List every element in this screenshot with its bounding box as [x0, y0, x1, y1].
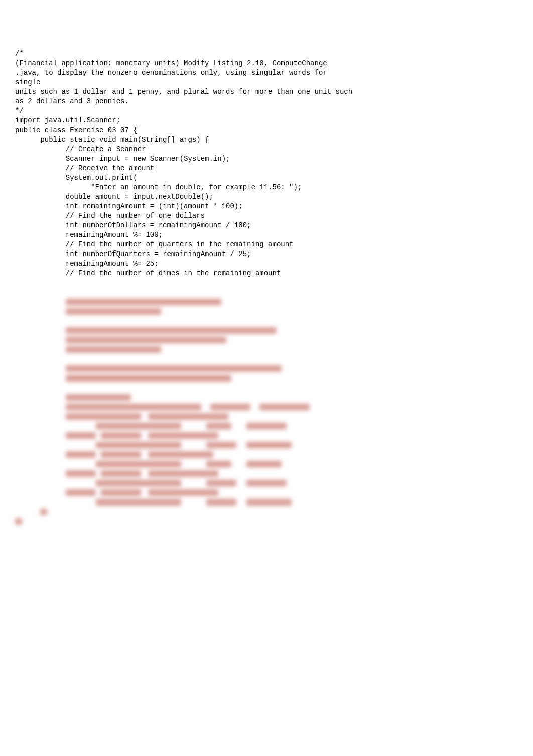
- redacted-line: [15, 469, 518, 478]
- redacted-line: [15, 440, 518, 450]
- redacted-line: [15, 316, 518, 326]
- code-block: /*(Financial application: monetary units…: [15, 49, 518, 278]
- redacted-line: [15, 383, 518, 393]
- redacted-line: [15, 450, 518, 459]
- code-line: // Receive the amount: [15, 164, 518, 173]
- redacted-line: [15, 459, 518, 469]
- code-line: single: [15, 78, 518, 87]
- code-line: as 2 dollars and 3 pennies.: [15, 97, 518, 106]
- code-line: // Create a Scanner: [15, 145, 518, 154]
- code-line: double amount = input.nextDouble();: [15, 192, 518, 202]
- redacted-line: [15, 326, 518, 335]
- code-line: int numberOfDollars = remainingAmount / …: [15, 221, 518, 230]
- document-page: /*(Financial application: monetary units…: [0, 0, 533, 756]
- redacted-line: [15, 488, 518, 497]
- redacted-line: [15, 335, 518, 345]
- code-line: System.out.print(: [15, 173, 518, 183]
- code-line: // Find the number of one dollars: [15, 211, 518, 221]
- code-line: import java.util.Scanner;: [15, 116, 518, 125]
- code-line: int numberOfQuarters = remainingAmount /…: [15, 249, 518, 259]
- code-line: // Find the number of quarters in the re…: [15, 240, 518, 249]
- redacted-line: [15, 431, 518, 440]
- redacted-line: [15, 402, 518, 412]
- code-line: int remainingAmount = (int)(amount * 100…: [15, 202, 518, 211]
- redacted-line: [15, 393, 518, 402]
- redacted-line: [15, 412, 518, 421]
- code-line: /*: [15, 49, 518, 59]
- code-line: Scanner input = new Scanner(System.in);: [15, 154, 518, 164]
- redacted-line: [15, 373, 518, 383]
- redacted-line: [15, 364, 518, 373]
- code-line: (Financial application: monetary units) …: [15, 59, 518, 68]
- code-line: units such as 1 dollar and 1 penny, and …: [15, 87, 518, 97]
- redacted-line: [15, 297, 518, 307]
- code-line: remainingAmount %= 100;: [15, 230, 518, 240]
- redacted-line: [15, 507, 518, 517]
- code-line: public class Exercise_03_07 {: [15, 125, 518, 135]
- redacted-line: [15, 354, 518, 364]
- redacted-line: [15, 497, 518, 507]
- redacted-line: [15, 345, 518, 354]
- redacted-line: [15, 478, 518, 488]
- redacted-line: [15, 421, 518, 431]
- code-line: "Enter an amount in double, for example …: [15, 183, 518, 192]
- code-line: */: [15, 106, 518, 116]
- code-line: .java, to display the nonzero denominati…: [15, 68, 518, 78]
- redacted-line: [15, 517, 518, 526]
- redacted-code-block: [15, 297, 518, 526]
- redacted-line: [15, 307, 518, 316]
- code-line: // Find the number of dimes in the remai…: [15, 269, 518, 278]
- code-line: public static void main(String[] args) {: [15, 135, 518, 145]
- code-line: remainingAmount %= 25;: [15, 259, 518, 269]
